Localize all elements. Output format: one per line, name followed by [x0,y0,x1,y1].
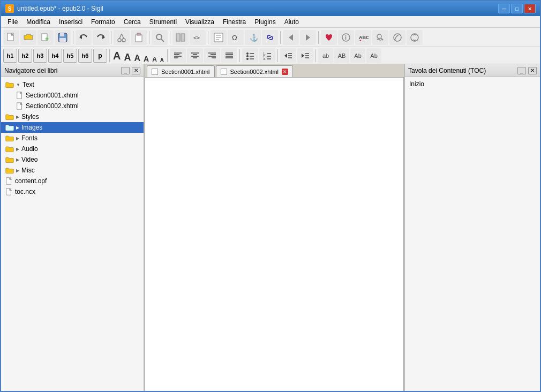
menu-item-inserisci[interactable]: Inserisci [55,16,87,28]
open-button[interactable] [20,30,36,45]
file-icon [16,102,24,110]
align-left-button[interactable] [170,48,186,63]
toc-header: Tavola dei Contenuti (TOC) _ ✕ [405,64,540,77]
tree-item-content-opf[interactable]: content.opf [1,176,144,186]
align-center-button[interactable] [187,48,203,63]
menu-item-finestra[interactable]: Finestra [219,16,250,28]
tab-section0002[interactable]: Section0002.xhtml ✕ [216,65,294,77]
unordered-list-button[interactable] [242,48,258,63]
h3-button[interactable]: h3 [33,49,47,63]
tree-item-label: Styles [21,113,39,120]
menu-item-modifica[interactable]: Modifica [22,16,55,28]
minimize-button[interactable]: ─ [498,4,510,13]
font-size-2-button[interactable]: A [123,48,132,63]
tree-item-images[interactable]: ▶Images [1,122,144,133]
tab-file-icon-2 [221,69,227,75]
undo-button[interactable] [76,30,92,45]
info-button[interactable]: i [338,30,354,45]
tree-item-label: Video [21,156,37,163]
menu-item-file[interactable]: File [3,16,22,28]
menu-item-visualizza[interactable]: Visualizza [181,16,219,28]
svg-rect-13 [136,35,142,42]
tree-item-label: Fonts [21,134,37,142]
redo-button[interactable] [93,30,109,45]
menu-item-cerca[interactable]: Cerca [119,16,145,28]
close-button[interactable]: ✕ [524,4,536,13]
navigator-header: Navigatore dei libri _ ✕ [1,64,144,77]
tree-item-text[interactable]: ▼Text [1,79,144,90]
menu-item-formato[interactable]: Formato [87,16,119,28]
special-char-button[interactable]: Ω [228,30,244,45]
tree-item-label: content.opf [15,177,47,185]
h6-button[interactable]: h6 [78,49,92,63]
align-right-button[interactable] [204,48,220,63]
link-button[interactable] [262,30,278,45]
generate-toc-button[interactable] [407,30,423,45]
metadata-button[interactable] [211,30,227,45]
justify-button[interactable] [221,48,237,63]
font-size-5-button[interactable]: A [151,48,158,63]
svg-rect-14 [137,33,140,35]
h5-button[interactable]: h5 [63,49,77,63]
toc-item[interactable]: Inizio [407,79,538,89]
save-button[interactable] [55,30,71,45]
svg-line-16 [161,39,164,42]
tree-item-fonts[interactable]: ▶Fonts [1,133,144,144]
font-size-4-button[interactable]: A [142,48,150,63]
svg-point-9 [118,39,121,42]
svg-text:Ω: Ω [232,34,237,42]
validate-button[interactable] [389,30,405,45]
svg-marker-64 [284,54,287,58]
style-title-button[interactable]: Ab [350,48,365,63]
add-file-button[interactable]: + [37,30,54,45]
tree-item-video[interactable]: ▶Video [1,154,144,165]
forward-button[interactable] [300,30,316,45]
heart-button[interactable] [321,30,337,45]
find-button[interactable] [152,30,168,45]
style-upper-button[interactable]: AB [334,48,349,63]
h1-button[interactable]: h1 [3,49,17,63]
h4-button[interactable]: h4 [48,49,62,63]
tab-close-button[interactable]: ✕ [282,69,288,75]
code-view-button[interactable]: <> [190,30,206,45]
navigator-collapse-button[interactable]: _ [121,67,130,74]
tree-item-styles[interactable]: ▶Styles [1,111,144,122]
book-view-button[interactable] [172,30,189,45]
tree-item-audio[interactable]: ▶Audio [1,144,144,154]
sep1 [73,31,73,44]
paste-button[interactable] [131,30,147,45]
anchor-button[interactable]: ⚓ [245,30,261,45]
tree-item-toc-ncx[interactable]: toc.ncx [1,186,144,197]
outdent-button[interactable] [280,48,296,63]
menu-item-aiuto[interactable]: Aiuto [280,16,303,28]
h2-button[interactable]: h2 [18,49,32,63]
main-area: Navigatore dei libri _ ✕ ▼Text Section00… [1,64,540,392]
new-button[interactable] [3,30,19,45]
ordered-list-button[interactable]: 1.2.3. [259,48,275,63]
paragraph-button[interactable]: p [93,49,107,63]
font-size-6-button[interactable]: A [159,48,165,63]
toc-collapse-button[interactable]: _ [517,67,526,74]
folder-icon [5,81,14,88]
style-normal-button[interactable]: ab [318,48,333,63]
sep-heading [109,49,110,62]
spellcheck-button[interactable]: ABC [355,30,371,45]
navigator-close-button[interactable]: ✕ [132,67,140,74]
svg-text:ABC: ABC [359,35,369,40]
search-and-replace-button[interactable] [372,30,388,45]
font-size-3-button[interactable]: A [133,48,141,63]
tree-item-section0001-xhtml[interactable]: Section0001.xhtml [1,90,144,101]
style-small-caps-button[interactable]: Ab [366,48,381,63]
font-size-1-button[interactable]: A [112,48,122,63]
toc-close-button[interactable]: ✕ [528,67,537,74]
tree-item-section0002-xhtml[interactable]: Section0002.xhtml [1,101,144,111]
menu-item-strumenti[interactable]: Strumenti [145,16,181,28]
back-button[interactable] [283,30,299,45]
restore-button[interactable]: □ [511,4,523,13]
menu-item-plugins[interactable]: Plugins [250,16,280,28]
tab-section0001[interactable]: Section0001.xhtml [147,65,215,77]
editor-content[interactable] [145,77,404,392]
cut-button[interactable] [114,30,130,45]
indent-button[interactable] [297,48,313,63]
tree-item-misc[interactable]: ▶Misc [1,165,144,176]
